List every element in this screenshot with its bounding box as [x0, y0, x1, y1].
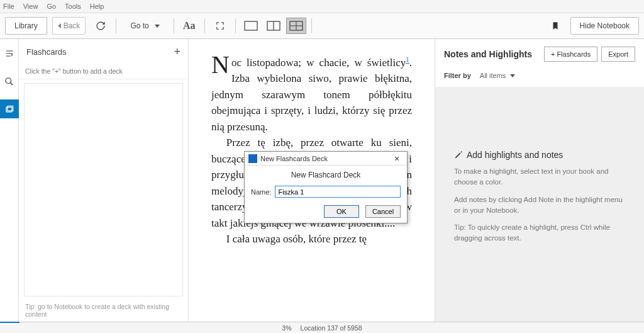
menu-help[interactable]: Help: [90, 3, 104, 10]
menu-tools[interactable]: Tools: [65, 3, 81, 10]
hide-notebook-button[interactable]: Hide Notebook: [570, 17, 639, 35]
reading-progress: [0, 322, 19, 323]
new-deck-dialog: New Flashcards Deck × New Flashcard Deck…: [244, 151, 408, 223]
rail-search[interactable]: [0, 72, 19, 91]
rail-toc[interactable]: [0, 44, 19, 63]
flashcards-hint: Click the "+" button to add a deck: [19, 65, 188, 79]
menu-file[interactable]: File: [3, 3, 14, 10]
layout-switcher: [241, 18, 306, 34]
dialog-heading: New Flashcard Deck: [245, 166, 407, 183]
app-icon: [248, 154, 257, 163]
flashcards-title: Flashcards: [26, 47, 67, 57]
goto-button[interactable]: Go to: [121, 17, 168, 35]
cancel-button[interactable]: Cancel: [365, 205, 401, 218]
menubar: File View Go Tools Help: [0, 0, 644, 13]
name-label: Name:: [251, 188, 271, 196]
paragraph: Noc listopadowa; w chacie, w świetlicy1.…: [211, 54, 412, 135]
flashcards-list: [24, 83, 183, 296]
notes-help-1: To make a highlight, select text in your…: [454, 166, 625, 188]
rail-flashcards[interactable]: [0, 99, 19, 118]
dropcap: N: [211, 54, 231, 76]
status-location: Location 137 of 5958: [301, 324, 362, 332]
status-percent: 3%: [282, 324, 291, 332]
paragraph: I cała uwaga osób, które przez tę: [211, 231, 412, 247]
filter-label: Filter by: [444, 72, 471, 79]
bookmark-icon: [551, 21, 560, 31]
export-button[interactable]: Export: [601, 47, 635, 62]
menu-go[interactable]: Go: [47, 3, 56, 10]
notes-title: Notes and Highlights: [444, 49, 532, 59]
notes-help-3: Tip: To quickly create a highlight, pres…: [454, 222, 625, 244]
cards-icon: [4, 104, 14, 114]
toolbar: Library Back Go to Aa Hide Notebook: [0, 13, 644, 39]
notes-heading: Add highlights and notes: [454, 150, 625, 160]
bookmark-button[interactable]: [545, 17, 565, 35]
font-button[interactable]: Aa: [179, 17, 199, 35]
notes-body: Add highlights and notes To make a highl…: [435, 87, 644, 322]
svg-line-10: [10, 82, 13, 85]
flashcards-tip: Tip: go to Notebook to create a deck wit…: [19, 300, 188, 322]
filter-row: Filter by All items: [435, 67, 644, 87]
chevron-left-icon: [58, 23, 61, 28]
notes-help-2: Add notes by clicking Add Note in the hi…: [454, 195, 625, 217]
back-button[interactable]: Back: [52, 17, 86, 35]
ok-button[interactable]: OK: [324, 205, 359, 218]
status-bar: 3% Location 137 of 5958: [0, 322, 644, 333]
svg-point-9: [6, 77, 11, 83]
refresh-icon: [96, 21, 106, 31]
dialog-titlebar[interactable]: New Flashcards Deck ×: [245, 152, 407, 166]
layout-single[interactable]: [241, 18, 261, 34]
flashcards-panel: Flashcards + Click the "+" button to add…: [19, 39, 189, 322]
library-button[interactable]: Library: [5, 17, 47, 35]
menu-view[interactable]: View: [23, 3, 38, 10]
back-label: Back: [64, 21, 80, 30]
dialog-window-title: New Flashcards Deck: [260, 155, 328, 162]
toc-icon: [4, 49, 14, 58]
search-icon: [4, 77, 14, 86]
add-deck-button[interactable]: +: [174, 45, 180, 59]
close-icon[interactable]: ×: [391, 154, 403, 164]
expand-icon: [216, 21, 225, 30]
refresh-button[interactable]: [91, 17, 111, 35]
notes-panel: Notes and Highlights + Flashcards Export…: [435, 39, 644, 322]
svg-rect-0: [245, 21, 257, 30]
layout-two-col[interactable]: [264, 18, 284, 34]
left-rail: [0, 39, 19, 322]
fullscreen-button[interactable]: [210, 17, 230, 35]
add-flashcards-button[interactable]: + Flashcards: [544, 47, 597, 62]
deck-name-input[interactable]: [275, 186, 401, 198]
filter-dropdown[interactable]: All items: [480, 72, 516, 79]
layout-grid[interactable]: [286, 18, 306, 34]
pencil-icon: [454, 150, 463, 159]
